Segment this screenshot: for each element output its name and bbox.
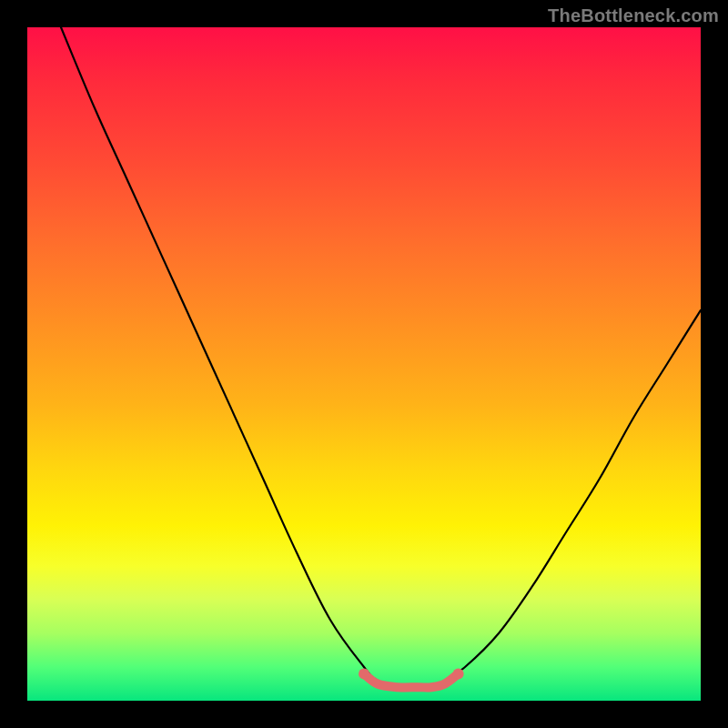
highlight-end-dot [453,668,464,679]
flat-highlight [364,673,459,687]
watermark-text: TheBottleneck.com [548,5,719,26]
bottleneck-curve [61,27,701,688]
highlight-end-dot [359,668,369,679]
curve-svg [27,27,701,701]
chart-frame: TheBottleneck.com [0,0,728,728]
plot-area [27,27,701,701]
